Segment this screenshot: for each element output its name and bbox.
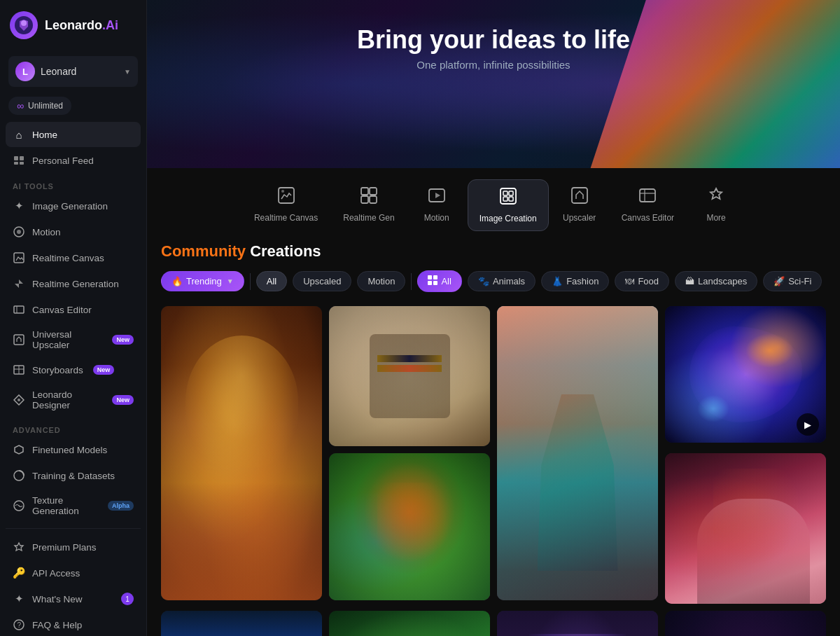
sidebar-item-home[interactable]: ⌂ Home: [6, 122, 141, 147]
filter-food[interactable]: 🍽 Food: [615, 271, 669, 291]
tool-motion[interactable]: Motion: [409, 179, 465, 231]
svg-rect-33: [509, 191, 513, 195]
user-dropdown[interactable]: L Leonard ▼: [8, 56, 138, 87]
filter-icon: 🐾: [478, 276, 489, 286]
sidebar-item-label: Image Generation: [32, 201, 108, 212]
grid-icon: [428, 275, 438, 287]
advanced-section-label: Advanced: [6, 417, 141, 437]
svg-rect-24: [279, 188, 294, 203]
svg-rect-27: [370, 188, 377, 195]
filter-all-category[interactable]: All: [417, 270, 461, 292]
canvas-editor-tool-icon: [638, 186, 657, 209]
filter-trending[interactable]: 🔥 Trending ▼: [161, 271, 244, 291]
filter-upscaled[interactable]: Upscaled: [293, 271, 351, 291]
tool-image-creation[interactable]: Image Creation: [468, 179, 549, 231]
sidebar-item-finetuned-models[interactable]: Finetuned Models: [6, 437, 141, 462]
image-dress-model: [497, 306, 658, 600]
sidebar-item-label: Premium Plans: [32, 542, 97, 553]
sidebar-item-api-access[interactable]: 🔑 API Access: [6, 560, 141, 586]
image-card-dark-portrait[interactable]: [665, 611, 826, 636]
hero-subtitle: One platform, infinite possibilities: [416, 59, 570, 71]
svg-rect-43: [433, 281, 438, 285]
svg-marker-18: [15, 445, 23, 454]
image-card-mushrooms[interactable]: [161, 611, 322, 636]
tool-canvas-editor[interactable]: Canvas Editor: [610, 179, 685, 231]
image-card-handbag[interactable]: [329, 306, 490, 446]
sidebar-item-whats-new[interactable]: ✦ What's New 1: [6, 586, 141, 611]
filter-label: Fashion: [566, 276, 598, 286]
sidebar-item-label: API Access: [32, 568, 80, 579]
image-mushrooms: [161, 611, 322, 636]
image-handbag: [329, 306, 490, 446]
image-card-anime-character[interactable]: [497, 611, 658, 636]
image-card-woman-gold[interactable]: [161, 306, 322, 600]
sidebar-item-motion[interactable]: Motion: [6, 219, 141, 244]
sidebar-item-label: Universal Upscaler: [32, 329, 102, 350]
filter-landscapes[interactable]: 🏔 Landscapes: [675, 271, 757, 291]
sidebar-item-label: Realtime Generation: [32, 279, 119, 289]
sidebar-item-image-generation[interactable]: ✦ Image Generation: [6, 193, 141, 219]
image-card-chameleon[interactable]: [329, 453, 490, 600]
sidebar-item-texture-generation[interactable]: Texture Generation Alpha: [6, 489, 141, 523]
motion-icon: [13, 226, 25, 238]
image-woman-cafe: [665, 453, 826, 604]
feed-icon: [13, 154, 25, 167]
image-chameleon: [329, 453, 490, 600]
tool-realtime-canvas[interactable]: Realtime Canvas: [243, 179, 329, 231]
designer-icon: [13, 394, 25, 406]
tool-realtime-gen[interactable]: Realtime Gen: [332, 179, 405, 231]
sidebar-item-canvas-editor[interactable]: Canvas Editor: [6, 297, 141, 322]
sidebar-item-personal-feed[interactable]: Personal Feed: [6, 148, 141, 173]
svg-rect-28: [361, 196, 368, 203]
svg-rect-40: [428, 275, 432, 279]
sidebar-item-premium-plans[interactable]: Premium Plans: [6, 534, 141, 560]
storyboards-icon: [13, 364, 25, 376]
svg-rect-31: [500, 188, 516, 204]
sidebar-item-label: Storyboards: [32, 365, 83, 375]
image-grid: ▶: [161, 306, 826, 636]
tool-upscaler[interactable]: Upscaler: [552, 179, 608, 231]
logo[interactable]: Leonardo.Ai: [0, 0, 146, 50]
premium-icon: [13, 541, 25, 553]
home-icon: ⌂: [13, 128, 25, 141]
filter-label: Motion: [368, 276, 395, 286]
sidebar-item-storyboards[interactable]: Storyboards New: [6, 357, 141, 382]
logo-text: Leonardo.Ai: [45, 18, 118, 33]
filter-motion[interactable]: Motion: [357, 271, 405, 291]
filter-sci-fi[interactable]: 🚀 Sci-Fi: [763, 271, 822, 291]
image-woman-gold: [161, 306, 322, 600]
user-section: L Leonard ▼: [0, 50, 146, 92]
tool-more[interactable]: More: [688, 179, 744, 231]
sidebar-item-universal-upscaler[interactable]: Universal Upscaler New: [6, 323, 141, 357]
svg-rect-37: [640, 189, 655, 202]
svg-rect-5: [20, 162, 24, 165]
filter-animals[interactable]: 🐾 Animals: [468, 271, 536, 291]
sidebar-item-leonardo-designer[interactable]: Leonardo Designer New: [6, 383, 141, 417]
sidebar-item-realtime-generation[interactable]: Realtime Generation: [6, 271, 141, 296]
image-anime-girl: [497, 611, 658, 636]
image-card-dress-model[interactable]: [497, 306, 658, 600]
image-card-abstract-blob[interactable]: ▶: [665, 306, 826, 443]
filter-fashion[interactable]: 👗 Fashion: [541, 271, 609, 291]
svg-rect-12: [14, 335, 24, 345]
filter-icon: 🚀: [774, 276, 785, 286]
sidebar-item-training-datasets[interactable]: Training & Datasets: [6, 463, 141, 488]
flame-icon: 🔥: [172, 276, 183, 286]
image-card-woman-cafe[interactable]: [665, 453, 826, 604]
play-button[interactable]: ▶: [797, 413, 819, 436]
new-badge: New: [112, 335, 134, 345]
sidebar-item-label: Training & Datasets: [32, 471, 115, 481]
user-name: Leonard: [41, 66, 118, 77]
help-icon: ?: [13, 618, 25, 631]
infinity-icon: ∞: [17, 100, 24, 111]
filter-all-type[interactable]: All: [256, 271, 287, 291]
plan-badge[interactable]: ∞ Unlimited: [8, 97, 71, 115]
sidebar-item-label: Leonardo Designer: [32, 389, 102, 410]
svg-rect-29: [370, 196, 377, 203]
sidebar-item-faq-help[interactable]: ? FAQ & Help: [6, 612, 141, 636]
alpha-badge: Alpha: [108, 501, 134, 511]
tool-label: Motion: [424, 213, 449, 223]
sidebar-item-realtime-canvas[interactable]: Realtime Canvas: [6, 245, 141, 270]
image-card-placeholder[interactable]: [329, 611, 490, 636]
sidebar-item-label: Texture Generation: [32, 495, 98, 516]
